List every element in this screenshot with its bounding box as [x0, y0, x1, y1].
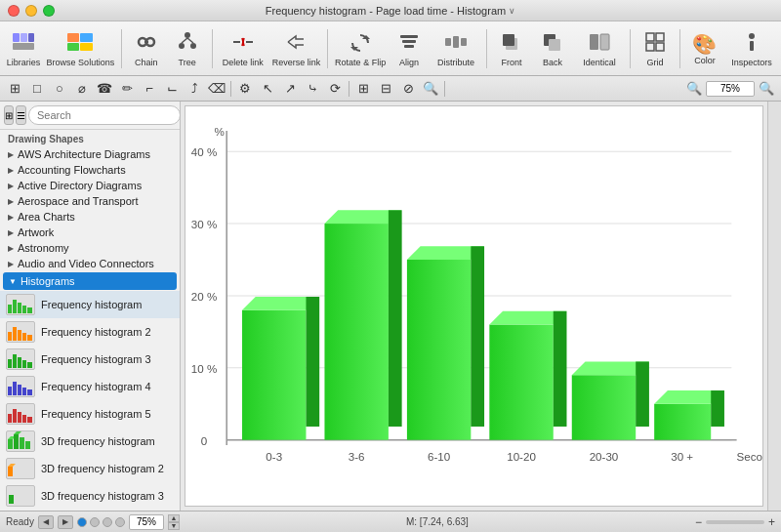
zoom-slider[interactable] — [706, 520, 764, 524]
zoom-plus-btn[interactable]: + — [768, 515, 775, 529]
svg-line-15 — [187, 38, 193, 43]
page-dot-4[interactable] — [115, 517, 125, 527]
sidebar-subitem-3d3[interactable]: 3D frequency histogram 3 — [0, 482, 180, 510]
t2-btn-13[interactable]: ↗ — [279, 79, 301, 99]
t2-btn-14[interactable]: ⤷ — [302, 79, 323, 99]
t2-btn-1[interactable]: ⊞ — [4, 79, 25, 99]
libraries-button[interactable]: Libraries — [4, 24, 43, 73]
title-chevron-icon: ∨ — [509, 6, 515, 16]
svg-rect-63 — [22, 415, 26, 423]
sidebar-item-label: Artwork — [18, 226, 54, 238]
align-label: Align — [399, 58, 419, 67]
t2-btn-19[interactable]: 🔍 — [420, 79, 441, 99]
svg-rect-3 — [13, 43, 34, 50]
sidebar-subitem-3d4[interactable]: 3D frequency histogram 4 — [0, 510, 180, 511]
browse-solutions-button[interactable]: Browse Solutions — [45, 24, 116, 73]
zoom-stepper[interactable]: ▲ ▼ — [168, 514, 180, 530]
zoom-out-btn[interactable]: 🔍 — [683, 79, 705, 99]
freq5-label: Frequency histogram 5 — [41, 408, 151, 420]
canvas[interactable]: 40 % 30 % 20 % 10 % 0 % — [185, 105, 763, 507]
front-button[interactable]: Front — [492, 24, 531, 73]
tree-button[interactable]: Tree — [168, 24, 207, 73]
t2-btn-12[interactable]: ↖ — [257, 79, 278, 99]
page-dot-1[interactable] — [77, 517, 87, 527]
back-button[interactable]: Back — [533, 24, 572, 73]
sidebar-item-audio[interactable]: ▶ Audio and Video Connectors — [0, 256, 180, 271]
align-button[interactable]: Align — [390, 24, 429, 73]
t2-btn-17[interactable]: ⊟ — [375, 79, 396, 99]
search-input[interactable] — [28, 105, 181, 125]
sidebar-subitem-3d2[interactable]: 3D frequency histogram 2 — [0, 455, 180, 482]
minimize-button[interactable] — [25, 5, 37, 17]
sidebar-item-aerospace[interactable]: ▶ Aerospace and Transport — [0, 193, 180, 209]
chain-button[interactable]: Chain — [127, 24, 166, 73]
sidebar-item-histograms[interactable]: ▼ Histograms — [3, 272, 177, 290]
t2-btn-11[interactable]: ⚙ — [234, 79, 256, 99]
distribute-button[interactable]: Distribute — [431, 24, 481, 73]
t2-btn-5[interactable]: ☎ — [94, 79, 115, 99]
sidebar-item-aws[interactable]: ▶ AWS Architecture Diagrams — [0, 146, 180, 162]
identical-button[interactable]: Identical — [574, 24, 625, 73]
t2-sep-1 — [230, 81, 231, 97]
prev-page-btn[interactable]: ◀ — [38, 515, 54, 529]
sidebar-item-area-charts[interactable]: ▶ Area Charts — [0, 209, 180, 225]
sidebar-item-accounting[interactable]: ▶ Accounting Flowcharts — [0, 162, 180, 178]
t2-btn-18[interactable]: ⊘ — [397, 79, 419, 99]
close-button[interactable] — [8, 5, 20, 17]
rotate-flip-button[interactable]: Rotate & Flip — [333, 24, 388, 73]
svg-rect-58 — [22, 388, 26, 395]
svg-text:Seconds: Seconds — [737, 450, 762, 463]
sidebar-subitem-freq1[interactable]: Frequency histogram — [0, 291, 180, 318]
svg-rect-40 — [8, 305, 12, 313]
svg-rect-98 — [471, 246, 484, 427]
sidebar-toolbar: ⊞ ☰ 🔍 — [0, 102, 180, 130]
t2-btn-6[interactable]: ✏ — [116, 79, 138, 99]
zoom-minus-btn[interactable]: − — [695, 515, 702, 529]
next-page-btn[interactable]: ▶ — [58, 515, 73, 529]
sidebar-item-astronomy[interactable]: ▶ Astronomy — [0, 240, 180, 256]
zoom-field[interactable] — [706, 81, 755, 97]
grid-button[interactable]: Grid — [636, 24, 675, 73]
t2-btn-15[interactable]: ⟳ — [324, 79, 346, 99]
svg-rect-0 — [13, 33, 20, 42]
t2-btn-8[interactable]: ⌙ — [161, 79, 183, 99]
sidebar-item-artwork[interactable]: ▶ Artwork — [0, 225, 180, 240]
page-dot-3[interactable] — [103, 517, 112, 527]
t2-btn-9[interactable]: ⤴ — [184, 79, 205, 99]
sidebar-item-label: Area Charts — [18, 211, 75, 223]
sidebar-item-label: Active Directory Diagrams — [18, 180, 142, 191]
t2-btn-16[interactable]: ⊞ — [352, 79, 374, 99]
sidebar-view-toggle[interactable]: ⊞ — [4, 105, 14, 125]
t2-btn-10[interactable]: ⌫ — [206, 79, 227, 99]
sidebar-subitem-freq5[interactable]: Frequency histogram 5 — [0, 400, 180, 428]
page-dot-2[interactable] — [90, 517, 100, 527]
t2-btn-7[interactable]: ⌐ — [139, 79, 160, 99]
zoom-in-btn[interactable]: 🔍 — [756, 79, 777, 99]
delete-link-icon — [230, 31, 256, 56]
svg-text:10 %: 10 % — [191, 362, 217, 375]
svg-point-13 — [190, 43, 196, 49]
svg-rect-110 — [711, 390, 724, 427]
reverse-link-button[interactable]: Reverse link — [270, 24, 323, 73]
zoom-input[interactable] — [129, 514, 164, 530]
color-button[interactable]: 🎨 Color — [685, 24, 724, 73]
vertical-scrollbar[interactable] — [767, 102, 781, 511]
maximize-button[interactable] — [43, 5, 55, 17]
svg-rect-67 — [14, 434, 19, 449]
sidebar-subitem-freq2[interactable]: Frequency histogram 2 — [0, 318, 180, 346]
window-controls[interactable] — [8, 5, 55, 17]
svg-text:3-6: 3-6 — [349, 450, 365, 463]
sidebar-subitem-3d1[interactable]: 3D frequency histogram — [0, 428, 180, 455]
t2-btn-3[interactable]: ○ — [49, 79, 70, 99]
sidebar-item-active-directory[interactable]: ▶ Active Directory Diagrams — [0, 178, 180, 193]
inspectors-button[interactable]: Inspectors — [726, 24, 777, 73]
zoom-up[interactable]: ▲ — [168, 514, 180, 522]
sidebar-subitem-freq4[interactable]: Frequency histogram 4 — [0, 373, 180, 400]
arrow-icon: ▶ — [8, 228, 14, 237]
t2-btn-2[interactable]: □ — [26, 79, 48, 99]
delete-link-button[interactable]: Delete link — [218, 24, 268, 73]
t2-btn-4[interactable]: ⌀ — [71, 79, 93, 99]
sidebar-list-toggle[interactable]: ☰ — [16, 105, 26, 125]
sidebar-subitem-freq3[interactable]: Frequency histogram 3 — [0, 346, 180, 373]
zoom-down[interactable]: ▼ — [168, 522, 180, 530]
